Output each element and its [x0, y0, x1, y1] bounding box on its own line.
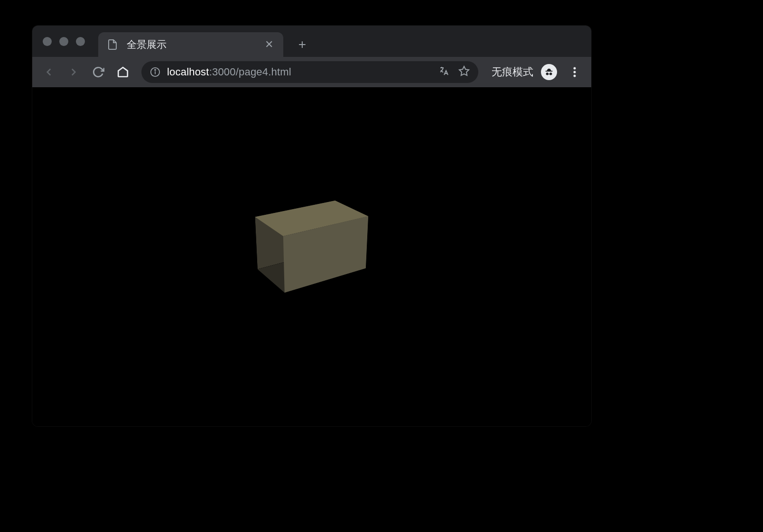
tab-title: 全景展示 [127, 38, 255, 51]
svg-point-2 [155, 70, 156, 71]
url-path: :3000/page4.html [209, 66, 291, 78]
window-minimize-button[interactable] [59, 37, 68, 46]
bookmark-icon[interactable] [458, 65, 470, 79]
omnibox-actions [438, 65, 470, 79]
cuboid-object [269, 208, 351, 281]
tab-close-button[interactable]: ✕ [263, 38, 275, 51]
tab-strip: 全景展示 ✕ + [98, 26, 313, 57]
3d-scene [269, 208, 351, 281]
address-bar[interactable]: localhost:3000/page4.html [141, 61, 478, 83]
browser-window: 全景展示 ✕ + localhost:3000/page4.html [32, 26, 591, 426]
window-close-button[interactable] [43, 37, 52, 46]
svg-point-4 [574, 67, 576, 70]
svg-point-6 [574, 75, 576, 77]
forward-button[interactable] [64, 62, 84, 82]
url-text: localhost:3000/page4.html [167, 66, 432, 78]
incognito-label: 无痕模式 [492, 65, 533, 79]
file-icon [107, 39, 118, 50]
page-viewport[interactable] [32, 87, 591, 426]
translate-icon[interactable] [438, 65, 450, 79]
browser-tab[interactable]: 全景展示 ✕ [98, 32, 283, 57]
window-controls [43, 37, 85, 46]
site-info-icon[interactable] [150, 67, 160, 77]
window-maximize-button[interactable] [76, 37, 85, 46]
toolbar: localhost:3000/page4.html 无痕模式 [32, 57, 591, 87]
url-host: localhost [167, 66, 209, 78]
svg-marker-3 [459, 66, 469, 75]
back-button[interactable] [39, 62, 59, 82]
reload-button[interactable] [88, 62, 108, 82]
new-tab-button[interactable]: + [292, 34, 313, 55]
svg-point-5 [574, 71, 576, 73]
incognito-icon[interactable] [541, 64, 557, 80]
kebab-menu-icon[interactable] [565, 62, 585, 82]
titlebar: 全景展示 ✕ + [32, 26, 591, 57]
home-button[interactable] [113, 62, 133, 82]
